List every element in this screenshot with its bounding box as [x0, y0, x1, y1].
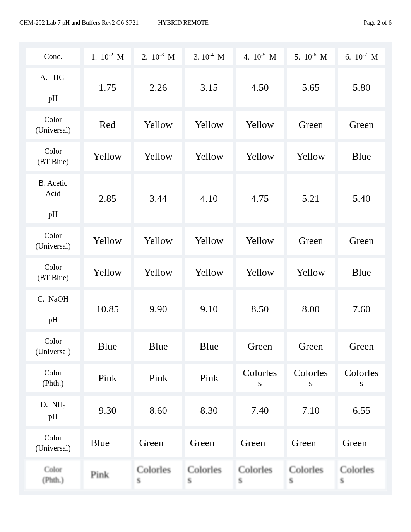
- row-label: Color(BT Blue): [24, 141, 82, 172]
- row-label: Color(Universal): [24, 109, 82, 141]
- cell: Green: [285, 427, 336, 459]
- cell: Yellow: [235, 141, 285, 172]
- cell: 2.26: [133, 67, 183, 109]
- table-row: Color(Universal) Red Yellow Yellow Yello…: [24, 109, 387, 141]
- col-header-6: 6. 10-7 M: [336, 46, 387, 67]
- cell: Green: [336, 109, 387, 141]
- cell: Blue: [133, 331, 183, 362]
- cell: 10.85: [82, 288, 133, 331]
- cell: 2.85: [82, 172, 133, 225]
- col-header-3: 3. 10-4 M: [184, 46, 235, 67]
- cell: Yellow: [184, 109, 235, 141]
- cell: Yellow: [133, 257, 183, 288]
- cell: 1.75: [82, 67, 133, 109]
- table-row: Color(Phth.) Pink Pink Pink Colorless Co…: [24, 362, 387, 394]
- row-label: Color(Phth.): [24, 459, 82, 491]
- cell: Blue: [82, 427, 133, 459]
- cell: 5.40: [336, 172, 387, 225]
- cell: 8.50: [235, 288, 285, 331]
- row-label: Color(BT Blue): [24, 257, 82, 288]
- cell: 7.40: [235, 394, 285, 427]
- header-mid: HYBRID REMOTE: [139, 19, 363, 26]
- cell: Pink: [82, 459, 133, 491]
- row-label: B. AceticAcidpH: [24, 172, 82, 225]
- table-row: Color(Universal) Blue Green Green Green …: [24, 427, 387, 459]
- cell: 9.30: [82, 394, 133, 427]
- col-header-5: 5. 10-6 M: [285, 46, 336, 67]
- col-header-1: 1. 10-2 M: [82, 46, 133, 67]
- table-row: Color(Phth.) Pink Colorless Colorless Co…: [24, 459, 387, 491]
- cell: Blue: [336, 257, 387, 288]
- cell: Pink: [82, 362, 133, 394]
- cell: Green: [133, 427, 183, 459]
- cell: Pink: [133, 362, 183, 394]
- cell: 4.75: [235, 172, 285, 225]
- cell: Yellow: [133, 141, 183, 172]
- table-row: D. NH3pH 9.30 8.60 8.30 7.40 7.10 6.55: [24, 394, 387, 427]
- cell: 8.30: [184, 394, 235, 427]
- cell: Yellow: [235, 109, 285, 141]
- row-label: C. NaOHpH: [24, 288, 82, 331]
- cell: 9.90: [133, 288, 183, 331]
- cell: Green: [285, 109, 336, 141]
- cell: 4.10: [184, 172, 235, 225]
- cell: Colorless: [285, 362, 336, 394]
- row-label: Color(Phth.): [24, 362, 82, 394]
- cell: Green: [235, 331, 285, 362]
- cell: Colorless: [285, 459, 336, 491]
- cell: Yellow: [82, 141, 133, 172]
- col-header-2: 2. 10-3 M: [133, 46, 183, 67]
- cell: Colorless: [336, 362, 387, 394]
- cell: Yellow: [285, 141, 336, 172]
- cell: 3.44: [133, 172, 183, 225]
- row-label: Color(Universal): [24, 225, 82, 257]
- cell: 8.00: [285, 288, 336, 331]
- cell: Green: [285, 331, 336, 362]
- table-row: Color(Universal) Yellow Yellow Yellow Ye…: [24, 225, 387, 257]
- cell: 7.10: [285, 394, 336, 427]
- cell: 9.10: [184, 288, 235, 331]
- cell: Blue: [184, 331, 235, 362]
- cell: Yellow: [82, 257, 133, 288]
- cell: Green: [336, 427, 387, 459]
- cell: Blue: [82, 331, 133, 362]
- cell: Yellow: [285, 257, 336, 288]
- cell: Yellow: [235, 257, 285, 288]
- cell: Yellow: [184, 225, 235, 257]
- row-label: Color(Universal): [24, 331, 82, 362]
- cell: 7.60: [336, 288, 387, 331]
- table-row: Color(BT Blue) Yellow Yellow Yellow Yell…: [24, 141, 387, 172]
- cell: 5.21: [285, 172, 336, 225]
- cell: Colorless: [133, 459, 183, 491]
- cell: Yellow: [235, 225, 285, 257]
- cell: Green: [285, 225, 336, 257]
- col-header-text: Conc.: [44, 52, 62, 61]
- cell: Green: [336, 225, 387, 257]
- cell: Yellow: [82, 225, 133, 257]
- table-row: Color(BT Blue) Yellow Yellow Yellow Yell…: [24, 257, 387, 288]
- cell: Yellow: [133, 225, 183, 257]
- col-header-4: 4. 10-5 M: [235, 46, 285, 67]
- row-label: Color(Universal): [24, 427, 82, 459]
- table-row: B. AceticAcidpH 2.85 3.44 4.10 4.75 5.21…: [24, 172, 387, 225]
- cell: Yellow: [133, 109, 183, 141]
- cell: 6.55: [336, 394, 387, 427]
- cell: Colorless: [235, 459, 285, 491]
- cell: Red: [82, 109, 133, 141]
- cell: Yellow: [184, 141, 235, 172]
- cell: Green: [336, 331, 387, 362]
- page-header: CHM-202 Lab 7 pH and Buffers Rev2 G6 SP2…: [19, 19, 392, 26]
- row-label: A. HClpH: [24, 67, 82, 109]
- header-left: CHM-202 Lab 7 pH and Buffers Rev2 G6 SP2…: [19, 19, 139, 26]
- cell: Pink: [184, 362, 235, 394]
- cell: 8.60: [133, 394, 183, 427]
- cell: 3.15: [184, 67, 235, 109]
- table-row: Color(Universal) Blue Blue Blue Green Gr…: [24, 331, 387, 362]
- cell: 4.50: [235, 67, 285, 109]
- cell: Colorless: [184, 459, 235, 491]
- header-right: Page 2 of 6: [364, 19, 392, 26]
- cell: Yellow: [184, 257, 235, 288]
- cell: Colorless: [235, 362, 285, 394]
- cell: 5.80: [336, 67, 387, 109]
- cell: Green: [235, 427, 285, 459]
